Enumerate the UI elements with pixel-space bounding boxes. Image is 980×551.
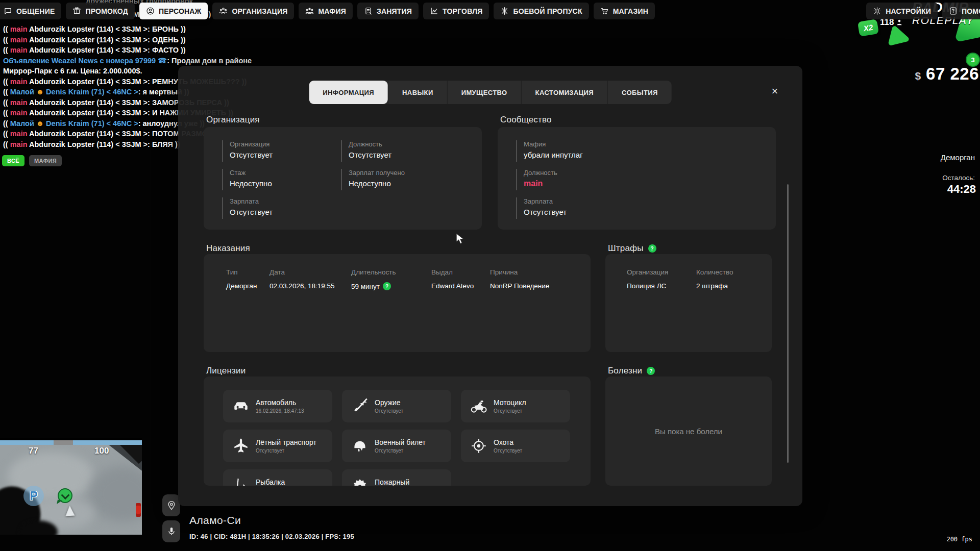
tab-icon [305,7,314,15]
tab-label: БОЕВОЙ ПРОПУСК [513,7,582,15]
chat-filter-chip[interactable]: ВСЁ [2,155,24,166]
money-display: $ 67 226 [915,64,979,84]
xp-multiplier-badge: X2 [857,19,879,37]
tab-icon [146,7,155,15]
game-screen: дружественных группировок М >: ДЕНИС БЛЯ… [0,0,980,551]
topbar-tab[interactable]: ТОРГОВЛЯ [423,3,489,19]
topbar-tab[interactable]: ПОМОЩЬ [942,3,980,19]
field-label: Должность [524,169,776,177]
panel-tab[interactable]: КАСТОМИЗАЦИЯ [521,81,607,104]
license-title: Рыбалка [256,478,285,486]
field-value: Недоступно [349,179,482,188]
license-tile[interactable]: Лётный транспорт Отсутствует [223,430,332,462]
license-icon [227,477,255,486]
question-badge-icon[interactable]: ? [383,282,391,290]
street-number: 100 [94,446,109,456]
mouse-cursor [455,233,466,247]
section-title-text: Штрафы [608,243,644,254]
punishment-issuer: Edward Atevo [431,282,474,290]
location-pin-icon [166,500,177,511]
info-field: Должность Отсутствует [341,140,482,162]
tab-label: МАГАЗИН [613,7,648,15]
panel-tab[interactable]: ИНФОРМАЦИЯ [309,81,388,104]
field-label: Зарплата [230,197,341,205]
info-field: Зарплат получено Недоступно [341,169,482,190]
punishment-duration: 59 минут ? [351,282,391,290]
minimap: 77 100 P [0,438,142,535]
objective-blip [58,488,72,503]
license-title: Охота [494,438,522,446]
chat-filter-chip[interactable]: МАФИЯ [29,155,62,166]
info-field: Стаж Недоступно [222,169,341,190]
info-field: Зарплата Отсутствует [222,197,341,219]
info-field: Должность main [516,169,776,190]
close-icon[interactable]: × [768,84,782,98]
license-icon [346,397,374,415]
currency-symbol: $ [915,70,921,82]
player-status-line: ID: 46 | CID: 481H | 18:35:26 | 02.03.20… [189,533,354,540]
field-value: Отсутствует [230,208,341,216]
licenses-grid: Автомобиль 16.02.2026, 18:47:13 Оружие О… [204,377,591,486]
license-title: Лётный транспорт [256,438,316,446]
tab-label: НАСТРОЙКИ [886,7,931,15]
jail-name: Деморган [941,153,975,162]
fine-organization: Полиция ЛС [627,282,666,290]
topbar-tab[interactable]: ПРОМОКОД [66,3,134,19]
license-icon [465,437,493,455]
gps-button[interactable] [162,494,180,516]
license-status: Отсутствует [375,408,403,414]
community-card: Мафия убрали инпутлаг Должность main Зар… [498,127,776,230]
topbar-tab[interactable]: ОРГАНИЗАЦИЯ [212,3,294,19]
duration-text: 59 минут [351,283,380,290]
tab-icon [72,7,81,15]
license-tile[interactable]: Рыбалка Отсутствует [223,469,332,486]
topbar-tab[interactable]: МАФИЯ [299,3,353,19]
topbar-tab[interactable]: БОЕВОЙ ПРОПУСК [494,3,589,19]
question-badge-icon[interactable]: ? [647,367,655,375]
tab-label: ТОРГОВЛЯ [443,7,482,15]
panel-tab[interactable]: ИМУЩЕСТВО [447,81,521,104]
license-tile[interactable]: Военный билет Отсутствует [342,430,451,462]
fine-count: 2 штрафа [696,282,728,290]
info-field: Зарплата Отсутствует [516,197,776,219]
panel-tab[interactable]: СОБЫТИЯ [607,81,672,104]
microphone-button[interactable] [162,520,180,542]
panel-scrollbar[interactable] [787,184,789,463]
license-title: Автомобиль [256,398,304,407]
organization-fields: Организация Отсутствует Должность Отсутс… [204,127,482,219]
tab-icon [949,7,958,15]
tab-icon [600,7,609,15]
section-title-text: Болезни [608,366,642,376]
license-tile[interactable]: Пожарный Отсутствует [342,469,451,486]
topbar-tab[interactable]: НАСТРОЙКИ [866,3,938,19]
license-status: Отсутствует [494,448,522,454]
topbar-tab[interactable]: ПЕРСОНАЖ [139,3,208,19]
license-tile[interactable]: Мотоцикл Отсутствует [461,390,570,422]
jail-remaining-time: 44:28 [947,183,976,196]
license-tile[interactable]: Автомобиль 16.02.2026, 18:47:13 [223,390,332,422]
chevron-down-icon [61,491,69,499]
topbar-tab[interactable]: МАГАЗИН [594,3,655,19]
panel-tab[interactable]: НАВЫКИ [388,81,447,104]
tab-icon [364,7,373,15]
info-field: Организация Отсутствует [222,140,341,162]
license-tile[interactable]: Охота Отсутствует [461,430,570,462]
map-bridge [54,440,73,445]
column-header: Организация [627,268,668,276]
street-number: 77 [29,446,38,456]
field-label: Мафия [524,140,776,148]
license-tile[interactable]: Оружие Отсутствует [342,390,451,422]
topbar-tab[interactable]: ЗАНЯТИЯ [357,3,419,19]
section-title-text: Наказания [206,243,250,254]
section-title-organization: Организация [206,115,260,125]
parking-label: P [30,489,37,503]
question-badge-icon[interactable]: ? [648,244,656,253]
fines-card: Организация Количество Полиция ЛС 2 штра… [605,254,772,352]
location-name: Аламо-Си [189,514,241,527]
topbar-tab[interactable]: ОБЩЕНИЕ [0,3,61,19]
punishments-card: Тип Дата Длительность Выдал Причина Демо… [204,254,591,352]
field-label: Стаж [230,169,341,177]
license-icon [346,477,374,486]
top-menu-bar: ОБЩЕНИЕ ПРОМОКОД ПЕРСОНАЖ ОРГАНИЗАЦИЯ МА… [0,3,980,19]
tab-label: МАФИЯ [318,7,346,15]
